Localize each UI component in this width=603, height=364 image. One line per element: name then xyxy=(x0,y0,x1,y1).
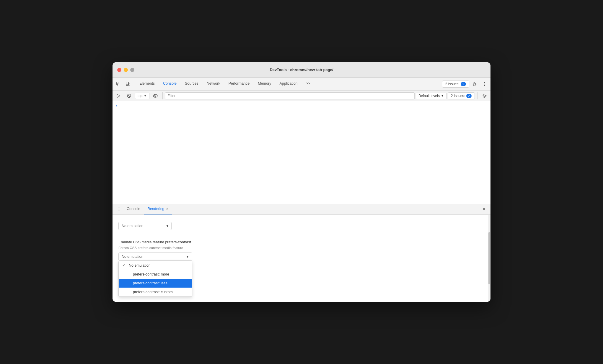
issues-label: 2 Issues: xyxy=(445,82,459,86)
frame-selector[interactable]: top ▼ xyxy=(135,93,149,99)
devtools-window: DevTools - chrome://new-tab-page/ xyxy=(113,62,490,302)
filter-separator xyxy=(162,92,163,99)
clear-console-icon-button[interactable] xyxy=(124,91,134,101)
scrollbar-thumb[interactable] xyxy=(488,232,490,284)
console-settings-icon-button[interactable] xyxy=(480,91,489,101)
svg-point-7 xyxy=(484,82,485,83)
svg-marker-10 xyxy=(117,94,120,98)
dropdown-item-custom-label: prefers-contrast: custom xyxy=(133,290,173,294)
frame-selector-arrow: ▼ xyxy=(144,94,147,97)
bottom-tab-console-label: Console xyxy=(127,207,140,211)
title-bar: DevTools - chrome://new-tab-page/ xyxy=(113,62,490,78)
zoom-traffic-light[interactable] xyxy=(130,68,134,72)
svg-rect-0 xyxy=(116,82,118,84)
tab-console[interactable]: Console xyxy=(159,77,181,90)
svg-point-14 xyxy=(154,95,156,96)
dropdown-item-less-label: prefers-contrast: less xyxy=(133,281,167,285)
dropdown-item-more[interactable]: prefers-contrast: more xyxy=(119,270,192,279)
first-dropdown-wrapper: No emulation ▼ xyxy=(118,222,172,230)
toolbar-issues-label: 2 Issues: xyxy=(451,94,465,98)
bottom-tab-console[interactable]: Console xyxy=(123,204,144,215)
default-levels-label: Default levels xyxy=(418,94,440,98)
tabs-container: Elements Console Sources Network Perform… xyxy=(135,78,442,90)
close-traffic-light[interactable] xyxy=(117,68,121,72)
toolbar-separator xyxy=(134,81,134,88)
dropdown-item-no-emulation[interactable]: No emulation xyxy=(119,261,192,270)
svg-line-12 xyxy=(128,94,131,97)
live-expressions-icon-button[interactable] xyxy=(151,91,160,101)
bottom-tabs-bar: Console Rendering × × xyxy=(113,204,490,215)
traffic-lights xyxy=(117,68,134,72)
inspector-icon-button[interactable] xyxy=(114,79,123,89)
devtools-body: Elements Console Sources Network Perform… xyxy=(113,78,490,302)
prefers-contrast-dropdown-container: No emulation ▼ No emulation prefer xyxy=(118,252,485,261)
prefers-contrast-subtitle: Forces CSS prefers-contrast media featur… xyxy=(118,245,485,250)
dropdown-item-more-label: prefers-contrast: more xyxy=(133,272,169,276)
dropdown-item-less[interactable]: prefers-contrast: less xyxy=(119,279,192,288)
scrollbar[interactable] xyxy=(488,215,490,302)
tab-memory[interactable]: Memory xyxy=(254,77,275,90)
svg-rect-3 xyxy=(126,82,128,86)
issues-badge: 2 xyxy=(461,82,466,86)
console-toolbar: top ▼ Default levels ▼ 2 Issues: xyxy=(113,91,490,101)
tab-performance[interactable]: Performance xyxy=(224,77,254,90)
top-toolbar: Elements Console Sources Network Perform… xyxy=(113,78,490,91)
run-script-icon-button[interactable] xyxy=(114,91,123,101)
default-levels-arrow: ▼ xyxy=(441,94,444,97)
svg-point-17 xyxy=(119,209,119,209)
frame-selector-label: top xyxy=(138,94,143,98)
svg-point-18 xyxy=(119,210,119,211)
dropdown-item-no-emulation-label: No emulation xyxy=(129,263,151,268)
toolbar-right: 2 Issues: 2 xyxy=(442,79,489,89)
main-content-area: › Console xyxy=(113,101,490,302)
prefers-contrast-title: Emulate CSS media feature prefers-contra… xyxy=(118,240,485,245)
drawer-menu-icon-button[interactable] xyxy=(115,205,123,213)
toolbar-issues-badge: 2 xyxy=(466,94,472,98)
default-levels-button[interactable]: Default levels ▼ xyxy=(416,93,446,99)
rendering-panel: No emulation ▼ Emulate CSS media feature… xyxy=(113,215,490,302)
tab-network[interactable]: Network xyxy=(203,77,224,90)
more-options-icon-button[interactable] xyxy=(480,79,489,89)
first-dropdown[interactable]: No emulation xyxy=(118,222,172,230)
tab-sources[interactable]: Sources xyxy=(181,77,203,90)
bottom-tab-rendering-label: Rendering xyxy=(147,207,164,211)
svg-rect-4 xyxy=(129,83,130,85)
prefers-contrast-dropdown-menu: No emulation prefers-contrast: more pref… xyxy=(118,261,192,297)
section-divider-1 xyxy=(118,235,485,235)
close-drawer-icon: × xyxy=(483,206,485,212)
close-rendering-tab-icon[interactable]: × xyxy=(166,207,168,211)
prefers-contrast-dropdown-trigger[interactable]: No emulation ▼ xyxy=(118,252,192,261)
toolbar-issues-button[interactable]: 2 Issues: 2 xyxy=(448,92,475,99)
device-toolbar-icon-button[interactable] xyxy=(123,79,133,89)
prefers-contrast-section: Emulate CSS media feature prefers-contra… xyxy=(118,240,485,261)
tab-more[interactable]: >> xyxy=(302,77,314,90)
prefers-contrast-dropdown-label: No emulation xyxy=(122,255,144,259)
issues-button[interactable]: 2 Issues: 2 xyxy=(442,81,469,88)
svg-point-16 xyxy=(119,207,119,208)
close-drawer-icon-button[interactable]: × xyxy=(480,205,488,213)
dropdown-item-custom[interactable]: prefers-contrast: custom xyxy=(119,288,192,296)
svg-point-8 xyxy=(484,83,485,84)
prompt-arrow-icon: › xyxy=(116,104,118,108)
console-output-area: › xyxy=(113,101,490,204)
window-title: DevTools - chrome://new-tab-page/ xyxy=(270,68,333,72)
tab-elements[interactable]: Elements xyxy=(135,77,159,90)
minimize-traffic-light[interactable] xyxy=(124,68,128,72)
svg-point-15 xyxy=(484,95,485,97)
settings-icon-button[interactable] xyxy=(470,79,479,89)
svg-point-13 xyxy=(153,94,157,97)
settings-separator xyxy=(477,92,477,99)
tab-application[interactable]: Application xyxy=(275,77,302,90)
filter-input[interactable] xyxy=(165,92,415,99)
bottom-drawer: Console Rendering × × xyxy=(113,204,490,302)
console-prompt: › xyxy=(116,104,487,108)
prefers-contrast-dropdown-arrow-icon: ▼ xyxy=(186,255,189,258)
first-section: No emulation ▼ xyxy=(118,219,485,230)
bottom-tab-rendering[interactable]: Rendering × xyxy=(144,204,172,215)
svg-point-9 xyxy=(484,85,485,86)
svg-point-6 xyxy=(474,83,475,85)
